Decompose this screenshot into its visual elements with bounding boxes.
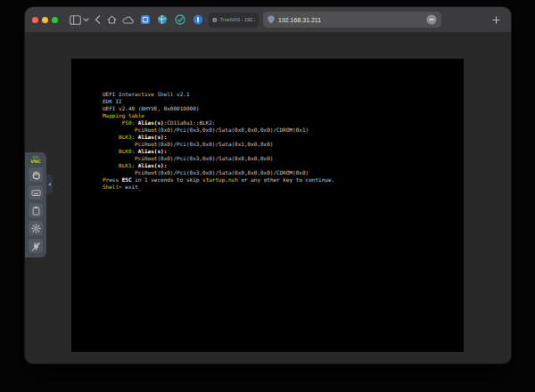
terminal-line: Shell> exit_ [103,184,334,191]
hand-icon [31,170,41,180]
extension-button-3[interactable] [175,12,185,28]
disconnect-icon [31,241,41,251]
sidebar-toggle-button[interactable] [70,12,81,28]
terminal-line: EDK II [103,98,334,105]
terminal-line: BLK1: Alias(s): [103,162,334,169]
minimize-window-button[interactable] [42,17,48,23]
extension-button-4[interactable] [193,12,203,28]
disconnect-button[interactable] [29,239,43,253]
keyboard-button[interactable] [29,185,43,200]
page-content: UEFI Interactive Shell v2.1EDK IIUEFI v2… [25,32,511,363]
terminal-line: PciRoot(0x0)/Pci(0x3,0x0)/Sata(0x0,0x0,0… [103,155,334,162]
tab-truenas[interactable]: TrueNAS - 192.16... [209,12,259,28]
back-chevron-icon [95,15,101,24]
vnc-control-bar: no VNC [25,152,46,257]
close-window-button[interactable] [32,17,38,23]
zoom-window-button[interactable] [52,17,58,23]
extension-dot-icon [193,14,203,25]
terminal-line: FS0: Alias(s):CD11a0a1::BLK2: [103,119,334,127]
extension-check-icon [175,14,185,25]
chevron-down-icon [83,18,89,22]
tab-favicon-icon [212,17,218,23]
vnc-screen[interactable]: UEFI Interactive Shell v2.1EDK IIUEFI v2… [71,59,464,352]
extension-square-icon [140,14,151,25]
sidebar-menu-button[interactable] [83,12,89,28]
shield-icon[interactable] [268,15,275,24]
extension-button-2[interactable] [157,12,168,28]
browser-toolbar: TrueNAS - 192.16... 192.168.31.211 [25,7,511,33]
home-button[interactable] [107,12,117,28]
settings-button[interactable] [29,221,43,235]
control-bar-handle[interactable] [46,175,53,194]
terminal-line: PciRoot(0x0)/Pci(0x3,0x0)/Sata(0x0,0x0,0… [103,169,334,176]
back-button[interactable] [95,12,101,28]
address-bar[interactable]: 192.168.31.211 [263,12,441,28]
novnc-logo: no VNC [30,155,41,164]
new-tab-button[interactable] [492,12,500,28]
cloud-icon [122,16,134,24]
terminal-line: PciRoot(0x0)/Pci(0x3,0x0)/Sata(0x0,0x0,0… [103,127,334,134]
extension-button-1[interactable] [140,12,151,28]
terminal-line: UEFI Interactive Shell v2.1 [103,91,334,98]
drag-button[interactable] [29,167,43,182]
terminal-line: Mapping table [103,112,334,119]
handle-arrow-icon [48,183,51,186]
terminal-line: BLK3: Alias(s): [103,134,334,141]
tab-title: TrueNAS - 192.16... [220,17,255,22]
terminal-output: UEFI Interactive Shell v2.1EDK IIUEFI v2… [103,91,334,191]
plus-icon [492,16,500,24]
cloud-tabs-button[interactable] [122,12,134,28]
keyboard-icon [31,188,41,198]
novnc-logo-bottom: VNC [30,159,41,164]
address-url: 192.168.31.211 [278,17,426,23]
page-badge-icon[interactable] [426,14,437,25]
clipboard-button[interactable] [29,203,43,217]
terminal-line: PciRoot(0x0)/Pci(0x3,0x0)/Sata(0x1,0x0,0… [103,141,334,148]
gear-icon [31,224,41,233]
terminal-line: BLK0: Alias(s): [103,148,334,155]
clipboard-icon [31,206,41,216]
terminal-line: Press ESC in 1 seconds to skip startup.n… [103,176,334,184]
extension-ball-icon [157,14,168,25]
home-icon [107,15,117,24]
browser-window: TrueNAS - 192.16... 192.168.31.211 UEFI … [25,7,511,363]
terminal-line: UEFI v2.40 (BHYVE, 0x00010000) [103,105,334,112]
sidebar-icon [70,15,81,25]
